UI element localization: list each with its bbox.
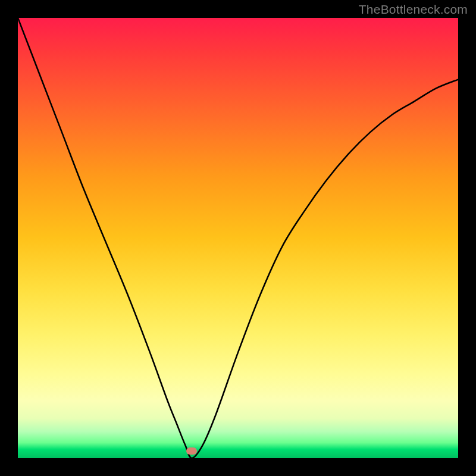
optimal-point-marker xyxy=(186,447,197,455)
chart-plot-area xyxy=(18,18,458,458)
chart-frame: TheBottleneck.com xyxy=(0,0,476,476)
bottleneck-curve xyxy=(18,18,458,458)
watermark-text: TheBottleneck.com xyxy=(359,2,468,17)
